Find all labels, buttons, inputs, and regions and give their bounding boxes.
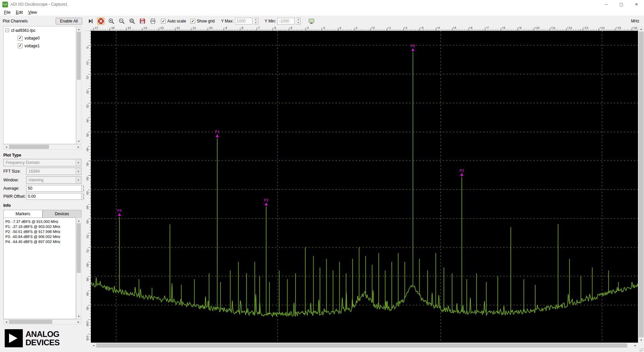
scroll-track[interactable] [76, 223, 81, 313]
toolbar-icons: ✓ Auto scale ✓ Show grid Y Max: ▲▼ Y Min… [84, 17, 644, 25]
resize-grip[interactable] [639, 348, 643, 352]
scroll-up-icon[interactable]: ▲ [76, 26, 81, 32]
marker-readout: P2: -50.61 dBFS @ 917.998 MHz [5, 229, 74, 234]
plot-vertical-scrollbar[interactable]: ▲ ▼ [638, 26, 644, 343]
marker-readout: P4: -64.45 dBFS @ 897.002 MHz [5, 239, 74, 244]
scroll-track[interactable] [638, 32, 644, 337]
channel-tree[interactable]: − cf-ad9361-lpc ✓voltage0✓voltage1 [3, 26, 76, 144]
channel-row[interactable]: ✓voltage0 [4, 34, 76, 42]
x-tick-label: +10 [534, 26, 539, 30]
tree-horizontal-scrollbar[interactable]: ◄ ► [3, 144, 81, 150]
scroll-right-icon[interactable]: ► [633, 343, 638, 348]
auto-scale-checkbox[interactable]: ✓ [161, 19, 166, 23]
scroll-left-icon[interactable]: ◄ [4, 144, 9, 149]
scroll-right-icon[interactable]: ► [76, 319, 81, 324]
scroll-down-icon[interactable]: ▼ [76, 138, 81, 144]
pwr-offset-input[interactable] [26, 193, 81, 200]
menu-bar: File Edit View [0, 9, 644, 16]
zoom-in-icon[interactable] [108, 17, 115, 25]
y-tick [88, 45, 91, 46]
x-tick [110, 28, 110, 31]
scroll-thumb[interactable] [77, 223, 81, 273]
x-tick [599, 28, 599, 31]
fft-size-dropdown: 16384 ▼ [26, 168, 81, 175]
scroll-track[interactable] [9, 144, 76, 149]
x-tick-label: +2 [404, 26, 407, 30]
tab-devices[interactable]: Devices [43, 210, 82, 218]
device-row[interactable]: − cf-ad9361-lpc [4, 26, 76, 34]
status-strip [84, 348, 644, 352]
info-vertical-scrollbar[interactable]: ▲ ▼ [76, 218, 81, 319]
menu-view[interactable]: View [25, 9, 40, 15]
scroll-thumb[interactable] [77, 32, 81, 80]
menu-edit[interactable]: Edit [13, 9, 25, 15]
show-grid-checkbox[interactable]: ✓ [190, 19, 195, 23]
scroll-down-icon[interactable]: ▼ [638, 337, 644, 343]
x-tick [159, 28, 159, 31]
scroll-down-icon[interactable]: ▼ [76, 313, 81, 319]
x-tick [517, 28, 518, 31]
x-tick-label: -13 [159, 26, 164, 30]
x-tick [240, 28, 240, 31]
save-icon[interactable] [139, 17, 146, 25]
y-tick-label: -15 [86, 75, 89, 79]
plot-canvas[interactable]: P0P1P2P3P4 [91, 31, 638, 343]
spin-up-icon: ▲ [254, 18, 258, 21]
spin-down-icon: ▼ [254, 21, 258, 24]
capture-play-icon[interactable] [87, 17, 94, 25]
channel-checkbox[interactable]: ✓ [18, 36, 22, 41]
scroll-left-icon[interactable]: ◄ [4, 319, 9, 324]
scroll-thumb[interactable] [9, 145, 49, 149]
info-horizontal-scrollbar[interactable]: ◄ ► [3, 319, 81, 325]
y-max-group: Y Max: ▲▼ [221, 18, 258, 24]
x-tick-label: -8 [241, 26, 243, 30]
menu-file[interactable]: File [1, 9, 13, 15]
device-label: cf-ad9361-lpc [11, 28, 36, 33]
scroll-track[interactable] [76, 32, 81, 138]
x-tick [468, 28, 469, 31]
main-area: − cf-ad9361-lpc ✓voltage0✓voltage1 ▲ ▼ ◄… [0, 26, 644, 352]
svg-text:P3: P3 [264, 198, 268, 202]
channel-checkbox[interactable]: ✓ [18, 44, 22, 48]
plot-horizontal-scrollbar[interactable]: ◄ ► [91, 343, 638, 348]
minimize-button[interactable]: ─ [599, 0, 614, 9]
channel-row[interactable]: ✓voltage1 [4, 42, 76, 50]
zoom-fit-icon[interactable] [128, 17, 136, 25]
x-tick-label: +8 [502, 26, 505, 30]
y-tick [88, 291, 91, 291]
y-tick [88, 233, 91, 233]
tab-markers[interactable]: Markers [3, 210, 43, 218]
zoom-out-icon[interactable] [118, 17, 125, 25]
maximize-button[interactable]: ▢ [614, 0, 629, 9]
collapse-expander-icon[interactable]: − [5, 28, 9, 32]
title-bar[interactable]: ADI IIO Oscilloscope - Capture1 ─ ▢ ✕ [0, 0, 644, 9]
fft-size-row: FFT Size: 16384 ▼ [3, 168, 81, 175]
x-tick-label: -14 [143, 26, 147, 30]
scroll-thumb[interactable] [639, 32, 644, 337]
average-input[interactable] [26, 185, 81, 192]
y-tick [88, 175, 91, 176]
enable-all-button[interactable]: Enable All [56, 18, 82, 24]
y-tick [88, 219, 91, 219]
scroll-track[interactable] [9, 319, 76, 324]
toolbar: Plot Channels Enable All [0, 16, 644, 26]
window-controls: ─ ▢ ✕ [599, 0, 644, 9]
x-tick-label: -12 [176, 26, 180, 30]
y-tick-label: -55 [86, 190, 89, 195]
stop-capture-icon[interactable] [97, 17, 105, 25]
y-tick-label: -45 [86, 162, 89, 166]
scroll-right-icon[interactable]: ► [76, 144, 81, 149]
scroll-track[interactable] [96, 343, 633, 348]
scroll-up-icon[interactable]: ▲ [76, 218, 81, 223]
tree-vertical-scrollbar[interactable]: ▲ ▼ [76, 26, 81, 144]
x-tick [273, 28, 273, 31]
y-tick [88, 262, 91, 262]
scroll-thumb[interactable] [96, 343, 627, 348]
close-button[interactable]: ✕ [629, 0, 644, 9]
new-plot-window-icon[interactable] [308, 17, 315, 25]
y-tick-label: -5 [86, 46, 89, 49]
scroll-left-icon[interactable]: ◄ [91, 343, 96, 348]
scroll-thumb[interactable] [9, 320, 52, 324]
print-icon[interactable] [149, 17, 157, 25]
scroll-up-icon[interactable]: ▲ [638, 26, 644, 32]
